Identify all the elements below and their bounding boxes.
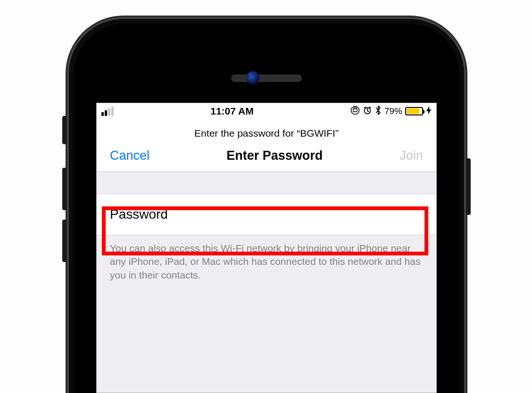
password-label: Password bbox=[110, 207, 168, 222]
volume-down-button[interactable] bbox=[62, 220, 67, 262]
status-time: 11:07 AM bbox=[210, 106, 253, 117]
cancel-button[interactable]: Cancel bbox=[110, 148, 150, 163]
wifi-share-help-text: You can also access this Wi-Fi network b… bbox=[97, 235, 436, 282]
battery-icon bbox=[405, 107, 423, 115]
password-row[interactable]: Password bbox=[97, 194, 436, 235]
earpiece-speaker bbox=[231, 74, 302, 82]
wifi-password-prompt: Enter the password for “BGWIFI” bbox=[97, 119, 436, 144]
volume-up-button[interactable] bbox=[62, 168, 67, 210]
nav-bar: Cancel Enter Password Join bbox=[97, 144, 436, 172]
status-bar: 11:07 AM 79% bbox=[97, 103, 436, 119]
page-title: Enter Password bbox=[226, 148, 323, 163]
screen: 11:07 AM 79% Enter the password for “BGW… bbox=[96, 103, 437, 393]
power-button[interactable] bbox=[466, 158, 471, 215]
section-spacer bbox=[97, 172, 436, 194]
alarm-icon bbox=[363, 106, 372, 117]
password-input[interactable] bbox=[176, 207, 423, 222]
signal-icon bbox=[101, 106, 114, 116]
charging-icon bbox=[426, 106, 432, 117]
battery-percent: 79% bbox=[384, 106, 402, 116]
mute-switch[interactable] bbox=[62, 116, 67, 144]
front-camera bbox=[246, 71, 259, 84]
orientation-lock-icon bbox=[350, 106, 360, 117]
join-button[interactable]: Join bbox=[399, 148, 423, 163]
bluetooth-icon bbox=[375, 105, 382, 118]
